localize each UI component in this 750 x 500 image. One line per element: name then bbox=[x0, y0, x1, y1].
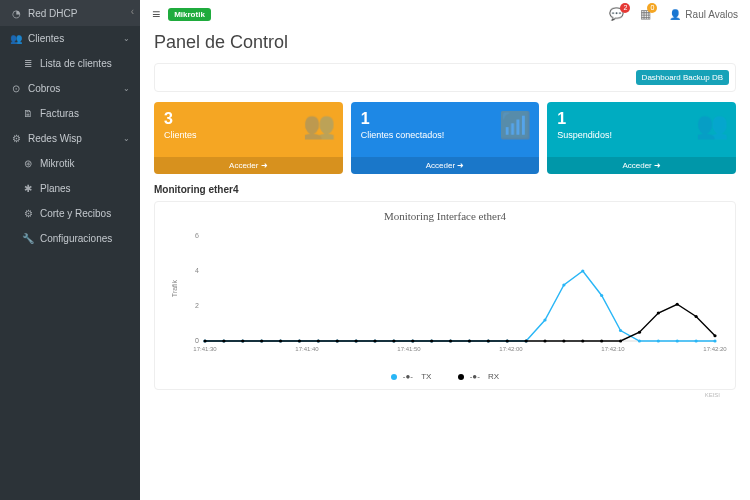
svg-point-46 bbox=[317, 339, 320, 342]
card-bg-icon: 👥 bbox=[696, 110, 728, 141]
sidebar-label: Red DHCP bbox=[28, 8, 130, 19]
svg-text:17:41:50: 17:41:50 bbox=[397, 346, 421, 352]
user-name: Raul Avalos bbox=[685, 9, 738, 20]
svg-point-45 bbox=[298, 339, 301, 342]
action-bar: Dashboard Backup DB bbox=[154, 63, 736, 92]
sidebar-icon: 🔧 bbox=[22, 233, 34, 244]
svg-point-65 bbox=[676, 303, 679, 306]
sidebar-item-redes-wisp[interactable]: ⚙Redes Wisp⌄ bbox=[0, 126, 140, 151]
chart-heading: Monitoring ether4 bbox=[154, 184, 736, 195]
svg-point-31 bbox=[562, 283, 565, 286]
backup-button[interactable]: Dashboard Backup DB bbox=[636, 70, 729, 85]
svg-point-53 bbox=[449, 339, 452, 342]
card-action[interactable]: Acceder ➜ bbox=[351, 157, 540, 174]
svg-point-67 bbox=[713, 334, 716, 337]
chart-container: Monitoring Interface ether4 0246Trafik17… bbox=[154, 201, 736, 390]
notif-badge-1: 2 bbox=[620, 3, 630, 13]
svg-text:Trafik: Trafik bbox=[171, 279, 178, 297]
sidebar-icon: ⚙ bbox=[22, 208, 34, 219]
svg-point-62 bbox=[619, 339, 622, 342]
svg-point-33 bbox=[600, 294, 603, 297]
page-title: Panel de Control bbox=[140, 28, 750, 63]
chevron-down-icon: ⌄ bbox=[123, 134, 130, 143]
chart-title: Monitoring Interface ether4 bbox=[163, 210, 727, 222]
svg-point-34 bbox=[619, 329, 622, 332]
sidebar-item-planes[interactable]: ✱Planes bbox=[0, 176, 140, 201]
menu-toggle-icon[interactable]: ≡ bbox=[152, 6, 160, 22]
sidebar-collapse-icon[interactable]: ‹ bbox=[131, 6, 134, 17]
card-action[interactable]: Acceder ➜ bbox=[154, 157, 343, 174]
sidebar-label: Facturas bbox=[40, 108, 130, 119]
svg-point-35 bbox=[638, 339, 641, 342]
sidebar-label: Redes Wisp bbox=[28, 133, 117, 144]
sidebar-label: Lista de clientes bbox=[40, 58, 130, 69]
svg-point-60 bbox=[581, 339, 584, 342]
sidebar-icon: ⊙ bbox=[10, 83, 22, 94]
sidebar-item-configuraciones[interactable]: 🔧Configuraciones bbox=[0, 226, 140, 251]
svg-point-47 bbox=[336, 339, 339, 342]
sidebar-icon: ⚙ bbox=[10, 133, 22, 144]
svg-point-43 bbox=[260, 339, 263, 342]
user-menu[interactable]: 👤 Raul Avalos bbox=[669, 9, 738, 20]
sidebar-label: Mikrotik bbox=[40, 158, 130, 169]
stat-card-clientes: 3Clientes👥Acceder ➜ bbox=[154, 102, 343, 174]
main-content: ≡ Mikrotik 💬2 ▦0 👤 Raul Avalos Panel de … bbox=[140, 0, 750, 500]
svg-text:17:42:20: 17:42:20 bbox=[703, 346, 727, 352]
svg-point-39 bbox=[713, 339, 716, 342]
sidebar-label: Cobros bbox=[28, 83, 117, 94]
svg-text:17:42:00: 17:42:00 bbox=[499, 346, 523, 352]
stat-card-clientes-conectados-: 1Clientes conectados!📶Acceder ➜ bbox=[351, 102, 540, 174]
svg-point-50 bbox=[392, 339, 395, 342]
svg-point-36 bbox=[657, 339, 660, 342]
svg-point-64 bbox=[657, 311, 660, 314]
svg-point-58 bbox=[543, 339, 546, 342]
sidebar-icon: 👥 bbox=[10, 33, 22, 44]
svg-point-55 bbox=[487, 339, 490, 342]
sidebar-label: Clientes bbox=[28, 33, 117, 44]
svg-point-30 bbox=[543, 318, 546, 321]
svg-point-61 bbox=[600, 339, 603, 342]
sidebar-item-lista-de-clientes[interactable]: ≣Lista de clientes bbox=[0, 51, 140, 76]
sidebar: ‹ ◔Red DHCP👥Clientes⌄≣Lista de clientes⊙… bbox=[0, 0, 140, 500]
svg-point-37 bbox=[676, 339, 679, 342]
sidebar-item-clientes[interactable]: 👥Clientes⌄ bbox=[0, 26, 140, 51]
svg-point-44 bbox=[279, 339, 282, 342]
svg-point-40 bbox=[203, 339, 206, 342]
svg-text:2: 2 bbox=[195, 302, 199, 309]
sidebar-item-mikrotik[interactable]: ⊛Mikrotik bbox=[0, 151, 140, 176]
notif-badge-2: 0 bbox=[647, 3, 657, 13]
svg-point-38 bbox=[695, 339, 698, 342]
sidebar-icon: ✱ bbox=[22, 183, 34, 194]
stat-cards: 3Clientes👥Acceder ➜1Clientes conectados!… bbox=[140, 102, 750, 184]
svg-point-63 bbox=[638, 331, 641, 334]
stat-card-suspendidos-: 1Suspendidos!👥Acceder ➜ bbox=[547, 102, 736, 174]
sidebar-icon: ◔ bbox=[10, 8, 22, 19]
svg-point-42 bbox=[241, 339, 244, 342]
sidebar-item-cobros[interactable]: ⊙Cobros⌄ bbox=[0, 76, 140, 101]
sidebar-item-corte-y-recibos[interactable]: ⚙Corte y Recibos bbox=[0, 201, 140, 226]
chat-icon[interactable]: 💬2 bbox=[609, 7, 624, 21]
sidebar-icon: ⊛ bbox=[22, 158, 34, 169]
svg-point-52 bbox=[430, 339, 433, 342]
svg-point-66 bbox=[695, 315, 698, 318]
sidebar-item-red-dhcp[interactable]: ◔Red DHCP bbox=[0, 0, 140, 26]
svg-text:4: 4 bbox=[195, 267, 199, 274]
card-bg-icon: 👥 bbox=[303, 110, 335, 141]
sidebar-icon: ≣ bbox=[22, 58, 34, 69]
sidebar-item-facturas[interactable]: 🗎Facturas bbox=[0, 101, 140, 126]
chevron-down-icon: ⌄ bbox=[123, 84, 130, 93]
sidebar-label: Corte y Recibos bbox=[40, 208, 130, 219]
svg-text:17:41:40: 17:41:40 bbox=[295, 346, 319, 352]
card-action[interactable]: Acceder ➜ bbox=[547, 157, 736, 174]
svg-point-54 bbox=[468, 339, 471, 342]
svg-point-32 bbox=[581, 269, 584, 272]
svg-point-56 bbox=[506, 339, 509, 342]
alert-icon[interactable]: ▦0 bbox=[640, 7, 651, 21]
line-chart: 0246Trafik17:41:3017:41:4017:41:5017:42:… bbox=[163, 226, 727, 366]
sidebar-icon: 🗎 bbox=[22, 108, 34, 119]
svg-text:17:42:10: 17:42:10 bbox=[601, 346, 625, 352]
svg-point-51 bbox=[411, 339, 414, 342]
svg-point-41 bbox=[222, 339, 225, 342]
legend-tx: -●- TX bbox=[385, 372, 438, 381]
chevron-down-icon: ⌄ bbox=[123, 34, 130, 43]
